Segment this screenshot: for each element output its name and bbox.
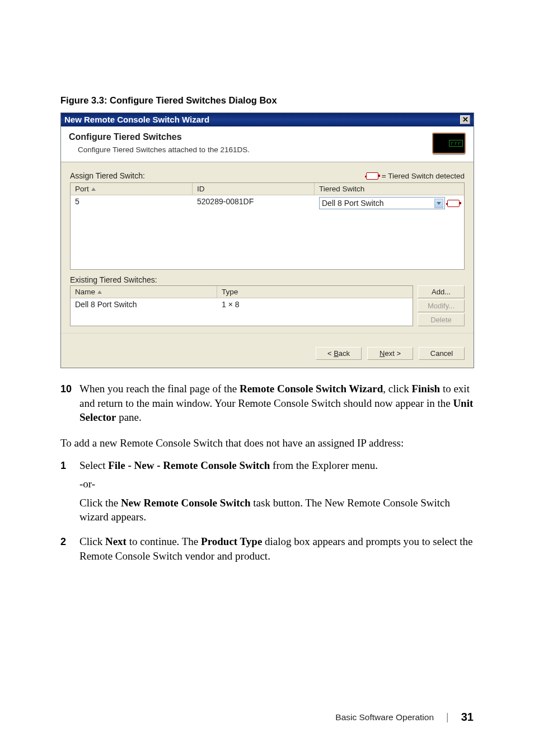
add-button[interactable]: Add...	[418, 285, 465, 298]
step-body: Select File - New - Remote Console Switc…	[79, 458, 474, 529]
dialog-footer: < Back Next > Cancel	[61, 340, 474, 368]
side-buttons: Add... Modify... Delete	[418, 285, 465, 326]
sort-ascending-icon	[97, 290, 102, 294]
step-number: 1	[60, 458, 79, 529]
dialog-window: New Remote Console Switch Wizard ✕ Confi…	[60, 112, 474, 368]
legend-row: Assign Tiered Switch: = Tiered Switch de…	[70, 171, 465, 180]
existing-label: Existing Tiered Switches:	[70, 275, 465, 284]
device-icon	[432, 133, 466, 154]
separator	[61, 333, 474, 334]
step-number: 2	[60, 534, 79, 567]
page-number: 31	[461, 711, 474, 724]
modify-button[interactable]: Modify...	[418, 299, 465, 312]
close-icon[interactable]: ✕	[460, 115, 470, 124]
assign-label: Assign Tiered Switch:	[70, 171, 145, 180]
next-button[interactable]: Next >	[367, 347, 413, 360]
existing-table-body: Dell 8 Port Switch 1 × 8	[71, 298, 413, 325]
assign-table-header: Port ID Tiered Switch	[71, 183, 464, 195]
paragraph: To add a new Remote Console Switch that …	[60, 436, 474, 450]
cell-name: Dell 8 Port Switch	[71, 298, 217, 311]
tiered-switch-select[interactable]: Dell 8 Port Switch	[319, 197, 445, 209]
existing-row-wrap: Name Type Dell 8 Port Switch 1 × 8 Add..…	[70, 285, 465, 326]
column-id[interactable]: ID	[193, 183, 315, 195]
legend-text: = Tiered Switch detected	[382, 172, 465, 180]
cell-port: 5	[71, 196, 193, 210]
column-name[interactable]: Name	[71, 286, 217, 298]
column-name-label: Name	[75, 288, 95, 296]
assign-table-body: 5 520289-0081DF Dell 8 Port Switch	[71, 195, 464, 269]
tiered-switch-detected-icon	[447, 200, 460, 207]
select-value: Dell 8 Port Switch	[322, 199, 383, 208]
footer-section: Basic Software Operation	[335, 712, 434, 722]
step-body: When you reach the final page of the Rem…	[79, 382, 474, 429]
header-subtitle: Configure Tiered Switches attached to th…	[69, 145, 250, 154]
step-2: 2 Click Next to continue. The Product Ty…	[60, 534, 474, 567]
existing-table-header: Name Type	[71, 286, 413, 298]
cell-type: 1 × 8	[217, 298, 413, 311]
column-tiered-switch[interactable]: Tiered Switch	[315, 183, 464, 195]
header-title: Configure Tiered Switches	[69, 132, 250, 142]
cancel-button[interactable]: Cancel	[419, 347, 465, 360]
sort-ascending-icon	[91, 187, 96, 191]
legend: = Tiered Switch detected	[366, 172, 465, 180]
dialog-body: Assign Tiered Switch: = Tiered Switch de…	[61, 162, 474, 340]
page-footer: Basic Software Operation | 31	[60, 711, 474, 724]
titlebar: New Remote Console Switch Wizard ✕	[61, 113, 474, 126]
header-text: Configure Tiered Switches Configure Tier…	[69, 132, 250, 154]
dialog-header: Configure Tiered Switches Configure Tier…	[61, 126, 474, 162]
back-button[interactable]: < Back	[316, 347, 362, 360]
existing-table: Name Type Dell 8 Port Switch 1 × 8	[70, 285, 413, 326]
assign-table: Port ID Tiered Switch 5 520289-0081DF De…	[70, 182, 465, 270]
step-1: 1 Select File - New - Remote Console Swi…	[60, 458, 474, 529]
window-title: New Remote Console Switch Wizard	[64, 115, 209, 124]
document-text: 10 When you reach the final page of the …	[60, 382, 474, 567]
delete-button[interactable]: Delete	[418, 313, 465, 326]
footer-divider: |	[446, 711, 449, 723]
figure-caption: Figure 3.3: Configure Tiered Switches Di…	[60, 95, 474, 106]
cell-tiered: Dell 8 Port Switch	[315, 196, 464, 210]
step-number: 10	[60, 382, 79, 429]
table-row: 5 520289-0081DF Dell 8 Port Switch	[71, 195, 464, 211]
step-10: 10 When you reach the final page of the …	[60, 382, 474, 429]
tiered-switch-icon	[366, 172, 378, 180]
column-type[interactable]: Type	[217, 286, 413, 298]
cell-id: 520289-0081DF	[193, 196, 315, 210]
table-row: Dell 8 Port Switch 1 × 8	[71, 298, 413, 311]
column-port[interactable]: Port	[71, 183, 193, 195]
chevron-down-icon[interactable]	[434, 199, 443, 208]
step-body: Click Next to continue. The Product Type…	[79, 534, 474, 567]
column-port-label: Port	[75, 185, 89, 193]
